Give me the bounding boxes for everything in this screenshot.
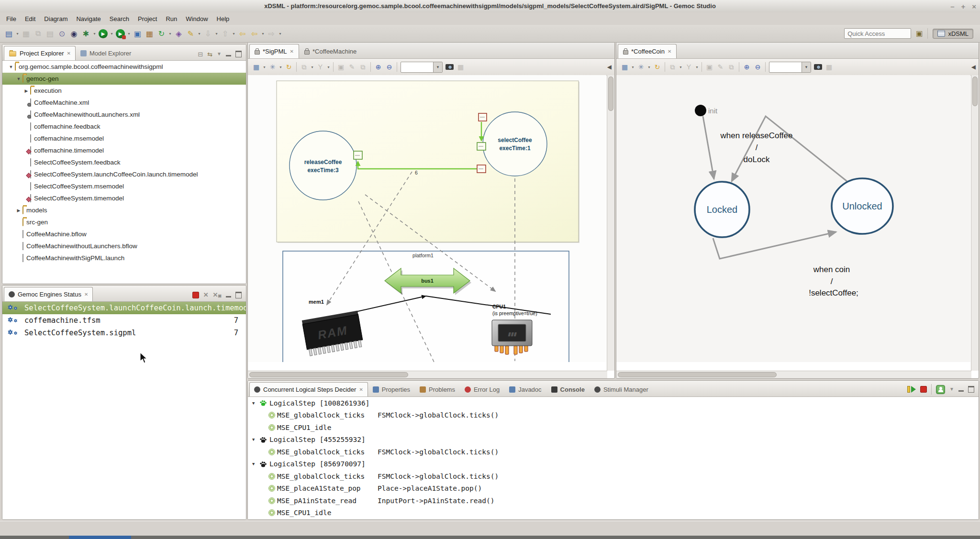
previous-annotation-button[interactable]: ⇧ [219, 28, 231, 40]
tree-item-execution[interactable]: ▶execution [2, 85, 246, 97]
expand-arrow-icon[interactable]: ▼ [252, 437, 259, 442]
mse-row[interactable]: MSE_CPU1_idle [248, 421, 979, 434]
stop-icon[interactable] [920, 386, 927, 393]
tree-item-org-gemoc-sample-bcool-coffeemachinewithsigpml[interactable]: ▼org.gemoc.sample.bcool.coffeemachinewit… [2, 61, 246, 73]
next-annotation-button[interactable]: ⇩ [202, 28, 214, 40]
coffeecoin-canvas[interactable]: init when releaseCoffee / doLock when co… [616, 75, 970, 362]
menu-project[interactable]: Project [134, 14, 161, 24]
new-wizard-dropdown-icon[interactable]: ▾ [15, 32, 20, 36]
refresh-model-dropdown-icon[interactable]: ▾ [167, 32, 173, 36]
close-icon[interactable]: ✕ [359, 387, 363, 392]
distribute-button[interactable]: Y [315, 62, 326, 73]
tree-item-coffeemachinewithsigpml-launch[interactable]: CoffeeMachinewithSigPML.launch [2, 252, 246, 264]
tree-item-coffeemachine-bflow[interactable]: CoffeeMachine.bflow [2, 228, 246, 240]
tree-item-selectcoffeesystem-launchcoffeecoin-launch-timemodel[interactable]: SelectCoffeeSystem.launchCoffeeCoin.laun… [2, 168, 246, 180]
initial-state-dot[interactable] [695, 105, 706, 116]
last-edit-location-button[interactable]: ⇦ [236, 28, 248, 40]
link-with-editor-icon[interactable]: ⇆ [207, 51, 212, 57]
forward-history-dropdown-icon[interactable]: ▾ [278, 32, 283, 36]
tree-item-selectcoffeesystem-timemodel[interactable]: SelectCoffeeSystem.timemodel [2, 192, 246, 204]
tab-concurrent-logical-steps-decider[interactable]: Concurrent Logical Steps Decider✕ [249, 382, 368, 396]
debug-button[interactable]: ✱ [80, 28, 92, 40]
zoom-level-combo[interactable] [769, 62, 811, 73]
tab-properties[interactable]: Properties [368, 382, 415, 396]
mse-row[interactable]: MSE_pA1inState_readInputPort->pA1inState… [248, 495, 979, 507]
zoom-in-button[interactable]: ⊕ [741, 62, 752, 73]
print-button[interactable]: ▤ [44, 28, 56, 40]
minimize-view-icon[interactable] [226, 296, 231, 297]
tab-coffeemachine[interactable]: *CoffeeMachine [299, 44, 362, 58]
layers-button[interactable]: ▦ [619, 62, 630, 73]
copy-appearance-button[interactable]: ⧉ [667, 62, 678, 73]
engine-row-coffemachine-tfsm[interactable]: coffemachine.tfsm7 [2, 314, 246, 327]
tab-gemoc-engines-status[interactable]: Gemoc Engines Status ✕ [4, 287, 93, 301]
close-icon[interactable]: ✕ [67, 51, 70, 56]
menu-diagram[interactable]: Diagram [40, 14, 72, 24]
tab-javadoc[interactable]: Javadoc [504, 382, 546, 396]
tab-error-log[interactable]: Error Log [460, 382, 504, 396]
maximize-view-icon[interactable] [968, 386, 974, 393]
run-coverage-dropdown-icon[interactable]: ▾ [126, 32, 132, 36]
mse-row[interactable]: MSE_globalClock_ticksFSMClock->globalClo… [248, 470, 979, 483]
dispose-all-engines-icon[interactable]: ✕▣ [213, 291, 222, 298]
expand-arrow-icon[interactable]: ▼ [15, 77, 22, 81]
step-forward-icon[interactable] [907, 386, 916, 393]
mse-row[interactable]: MSE_placeA1State_popPlace->placeA1State.… [248, 483, 979, 495]
menu-run[interactable]: Run [161, 14, 181, 24]
tab-project-explorer[interactable]: Project Explorer ✕ [4, 46, 76, 60]
back-history-dropdown-icon[interactable]: ▾ [260, 32, 266, 36]
layers-button[interactable]: ▦ [251, 62, 262, 73]
distribute-dropdown-icon[interactable]: ▾ [326, 65, 331, 69]
layers-dropdown-icon[interactable]: ▾ [262, 65, 267, 69]
tab-problems[interactable]: Problems [415, 382, 460, 396]
tree-item-models[interactable]: ▶models [2, 204, 246, 216]
next-annotation-dropdown-icon[interactable]: ▾ [214, 32, 219, 36]
refresh-diagram-button[interactable]: ↻ [283, 62, 294, 73]
vertical-scrollbar[interactable] [971, 75, 979, 371]
menu-search[interactable]: Search [105, 14, 134, 24]
zoom-in-button[interactable]: ⊕ [373, 62, 384, 73]
expand-arrow-icon[interactable]: ▶ [22, 88, 30, 93]
palette-collapse-icon[interactable]: ◀ [971, 64, 977, 70]
close-icon[interactable]: ✕ [290, 49, 294, 54]
previous-annotation-dropdown-icon[interactable]: ▾ [231, 32, 236, 36]
run-button[interactable]: ▶ [99, 29, 108, 38]
import-model-button[interactable]: ◈ [173, 28, 185, 40]
quick-access-input[interactable] [844, 28, 911, 39]
mse-row[interactable]: MSE_globalClock_ticksFSMClock->globalClo… [248, 409, 979, 422]
tree-item-coffeemachine-xml[interactable]: CoffeeMachine.xml [2, 97, 246, 109]
dispose-engine-icon[interactable]: ✕ [203, 291, 209, 298]
sigpml-canvas[interactable]: platform1 releaseCoffee execTime:3 selec… [248, 75, 606, 362]
forward-history-button[interactable]: ⇨ [266, 28, 278, 40]
collapse-all-icon[interactable]: ⊟ [198, 51, 203, 57]
tab-console[interactable]: Console [546, 382, 590, 396]
mse-row[interactable]: MSE_globalClock_ticksFSMClock->globalClo… [248, 446, 979, 458]
highlight-occurrences-button[interactable]: ✎ [185, 28, 197, 40]
back-history-button[interactable]: ⇦ [248, 28, 260, 40]
menu-window[interactable]: Window [181, 14, 212, 24]
logical-step-row[interactable]: ▼LogicalStep [1008261936] [248, 397, 979, 409]
distribute-dropdown-icon[interactable]: ▾ [694, 65, 700, 69]
menu-file[interactable]: File [2, 14, 21, 24]
copy-appearance-dropdown-icon[interactable]: ▾ [310, 65, 315, 69]
menu-navigate[interactable]: Navigate [72, 14, 105, 24]
highlight-occurrences-dropdown-icon[interactable]: ▾ [197, 32, 202, 36]
layers-dropdown-icon[interactable]: ▾ [630, 65, 635, 69]
tree-item-coffeemachinewithoutlaunchers-xml[interactable]: CoffeeMachinewithoutLaunchers.xml [2, 109, 246, 121]
expand-arrow-icon[interactable]: ▶ [15, 208, 22, 213]
tree-item-coffemachine-msemodel[interactable]: coffemachine.msemodel [2, 132, 246, 144]
filters-button[interactable]: ✳ [267, 62, 278, 73]
horizontal-scrollbar[interactable] [616, 371, 971, 378]
menu-edit[interactable]: Edit [21, 14, 40, 24]
filters-dropdown-icon[interactable]: ▾ [278, 65, 283, 69]
mse-row[interactable]: MSE_CPU1_idle [248, 507, 979, 519]
tree-item-coffemachine-feedback[interactable]: coffemachine.feedback [2, 121, 246, 132]
grid-button[interactable]: ▦ [455, 62, 466, 73]
agent-releaseCoffee[interactable] [290, 131, 356, 200]
save-button[interactable]: ▦ [20, 28, 32, 40]
tree-item-src-gen[interactable]: src-gen [2, 216, 246, 228]
expand-arrow-icon[interactable]: ▼ [252, 401, 259, 406]
tree-item-selectcoffeesystem-feedback[interactable]: SelectCoffeeSystem.feedback [2, 156, 246, 168]
open-perspective-icon[interactable]: ▣ [916, 29, 923, 38]
run-dropdown-icon[interactable]: ▾ [109, 32, 114, 36]
